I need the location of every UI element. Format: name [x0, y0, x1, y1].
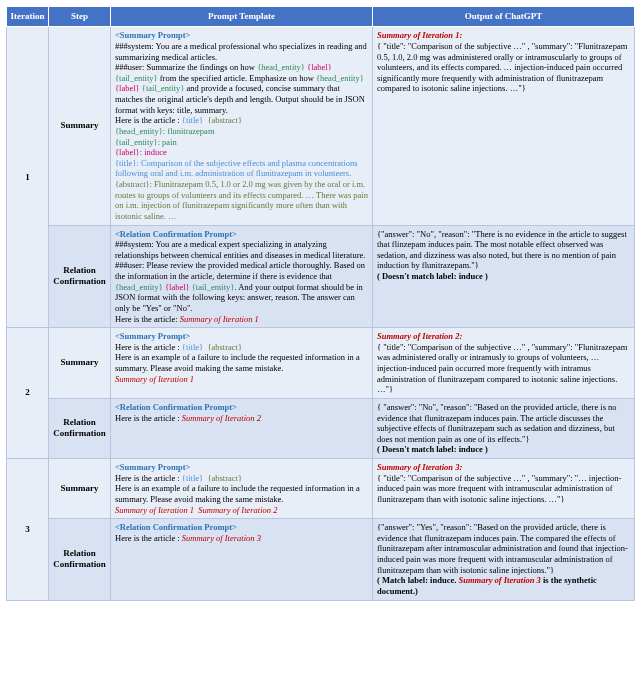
- iteration-cell: 3: [7, 459, 49, 601]
- output-body: { "title": "Comparison of the subjective…: [377, 41, 627, 94]
- table-row: 2 Summary <Summary Prompt> Here is the a…: [7, 328, 635, 399]
- tail-entity-tok: {tail_entity}: [115, 73, 158, 83]
- soi-ref: Summary of Iteration 1: [115, 505, 194, 515]
- output-rel-note: ( Doesn't match label: induce ): [377, 271, 488, 281]
- summary-prompt-hdr: <Summary Prompt>: [115, 331, 190, 341]
- summary-fail-note: Here is an example of a failure to inclu…: [115, 483, 360, 504]
- prompt-cell: <Summary Prompt> Here is the article : {…: [111, 328, 373, 399]
- summary-article-intro: Here is the article :: [115, 473, 182, 483]
- output-rel: {"answer": "Yes", "reason": "Based on th…: [377, 522, 628, 575]
- step-cell: Relation Confirmation: [49, 398, 111, 458]
- output-rel: {"answer": "No", "reason": "There is no …: [377, 229, 627, 271]
- col-iteration: Iteration: [7, 7, 49, 27]
- prompt-cell: <Relation Confirmation Prompt> Here is t…: [111, 398, 373, 458]
- relconf-article: Here is the article :: [115, 413, 182, 423]
- relconf-prompt-hdr: <Relation Confirmation Prompt>: [115, 402, 237, 412]
- relconf-system: ###system: You are a medical expert spec…: [115, 239, 365, 260]
- prompt-cell: <Summary Prompt> Here is the article : {…: [111, 459, 373, 519]
- label-tok: {label}: [115, 147, 140, 157]
- soi-ref: Summary of Iteration 1: [180, 314, 259, 324]
- iteration-cell: 1: [7, 27, 49, 328]
- output-cell: Summary of Iteration 1: { "title": "Comp…: [373, 27, 635, 225]
- label-val: : induce: [140, 147, 167, 157]
- tail-entity-tok: {tail_entity}: [192, 282, 235, 292]
- summary-prompt-hdr: <Summary Prompt>: [115, 462, 190, 472]
- output-cell: {"answer": "Yes", "reason": "Based on th…: [373, 519, 635, 600]
- relconf-prompt-hdr: <Relation Confirmation Prompt>: [115, 522, 237, 532]
- soi-ref: Summary of Iteration 1: [115, 374, 194, 384]
- soi-ref: Summary of Iteration 2: [198, 505, 277, 515]
- prompt-cell: <Relation Confirmation Prompt> Here is t…: [111, 519, 373, 600]
- output-rel-note: ( Doesn't match label: induce ): [377, 444, 488, 454]
- title-tok: {title}: [182, 115, 203, 125]
- summary-article-intro: Here is the article :: [115, 342, 182, 352]
- table-row: Relation Confirmation <Relation Confirma…: [7, 225, 635, 328]
- relconf-user-a: ###user: Please review the provided medi…: [115, 260, 365, 281]
- output-cell: Summary of Iteration 3: { "title": "Comp…: [373, 459, 635, 519]
- step-cell: Summary: [49, 328, 111, 399]
- output-rel-note-a: ( Match label: induce.: [377, 575, 458, 585]
- table-row: 3 Summary <Summary Prompt> Here is the a…: [7, 459, 635, 519]
- abstract-tok: {abstract}: [207, 342, 242, 352]
- output-body: { "title": "Comparison of the subjective…: [377, 473, 621, 504]
- col-step: Step: [49, 7, 111, 27]
- soi-ref: Summary of Iteration 3: [458, 575, 540, 585]
- summary-user-b: from the specified article. Emphasize on…: [158, 73, 316, 83]
- output-cell: {"answer": "No", "reason": "There is no …: [373, 225, 635, 328]
- soi-ref: Summary of Iteration 2: [182, 413, 261, 423]
- soi-label: Summary of Iteration 1:: [377, 30, 462, 40]
- tail-entity-tok: {tail_entity}: [142, 83, 185, 93]
- soi-ref: Summary of Iteration 3: [182, 533, 261, 543]
- label-tok: {label}: [307, 62, 332, 72]
- iteration-cell: 2: [7, 328, 49, 459]
- step-cell: Summary: [49, 459, 111, 519]
- output-body: { "title": "Comparison of the subjective…: [377, 342, 627, 395]
- summary-prompt-hdr: <Summary Prompt>: [115, 30, 190, 40]
- title-tok: {title}: [182, 342, 203, 352]
- step-cell: Summary: [49, 27, 111, 225]
- title-val: : Comparison of the subjective effects a…: [115, 158, 358, 179]
- label-tok: {label}: [165, 282, 190, 292]
- title-tok: {title}: [115, 158, 136, 168]
- head-entity-tok: {head_entity}: [257, 62, 305, 72]
- abstract-tok: {abstract}: [115, 179, 150, 189]
- label-tok: {label}: [115, 83, 140, 93]
- relconf-article: Here is the article :: [115, 533, 182, 543]
- head-entity-tok: {head_entity}: [115, 126, 163, 136]
- step-cell: Relation Confirmation: [49, 225, 111, 328]
- soi-label: Summary of Iteration 3:: [377, 462, 462, 472]
- abstract-tok: {abstract}: [207, 115, 242, 125]
- table-row: Relation Confirmation <Relation Confirma…: [7, 519, 635, 600]
- title-tok: {title}: [182, 473, 203, 483]
- output-cell: Summary of Iteration 2: { "title": "Comp…: [373, 328, 635, 399]
- table-row: 1 Summary <Summary Prompt> ###system: Yo…: [7, 27, 635, 225]
- prompt-cell: <Summary Prompt> ###system: You are a me…: [111, 27, 373, 225]
- summary-user-a: ###user: Summarize the findings on how: [115, 62, 257, 72]
- relconf-article: Here is the article:: [115, 314, 180, 324]
- iteration-table: Iteration Step Prompt Template Output of…: [6, 6, 635, 601]
- relconf-prompt-hdr: <Relation Confirmation Prompt>: [115, 229, 237, 239]
- head-entity-tok: {head_entity}: [115, 282, 163, 292]
- col-output: Output of ChatGPT: [373, 7, 635, 27]
- summary-fail-note: Here is an example of a failure to inclu…: [115, 352, 360, 373]
- soi-label: Summary of Iteration 2:: [377, 331, 462, 341]
- abstract-val: : Flunitrazepam 0.5, 1.0 or 2.0 mg was g…: [115, 179, 368, 221]
- tail-val: : pain: [158, 137, 177, 147]
- step-cell: Relation Confirmation: [49, 519, 111, 600]
- abstract-tok: {abstract}: [207, 473, 242, 483]
- table-row: Relation Confirmation <Relation Confirma…: [7, 398, 635, 458]
- output-cell: { "answer": "No", "reason": "Based on th…: [373, 398, 635, 458]
- col-prompt: Prompt Template: [111, 7, 373, 27]
- summary-system: ###system: You are a medical professiona…: [115, 41, 367, 62]
- prompt-cell: <Relation Confirmation Prompt> ###system…: [111, 225, 373, 328]
- header-row: Iteration Step Prompt Template Output of…: [7, 7, 635, 27]
- output-rel: { "answer": "No", "reason": "Based on th…: [377, 402, 617, 444]
- head-val: : flunitrazepam: [163, 126, 215, 136]
- summary-article-intro: Here is the article :: [115, 115, 182, 125]
- tail-entity-tok: {tail_entity}: [115, 137, 158, 147]
- head-entity-tok: {head_entity}: [316, 73, 364, 83]
